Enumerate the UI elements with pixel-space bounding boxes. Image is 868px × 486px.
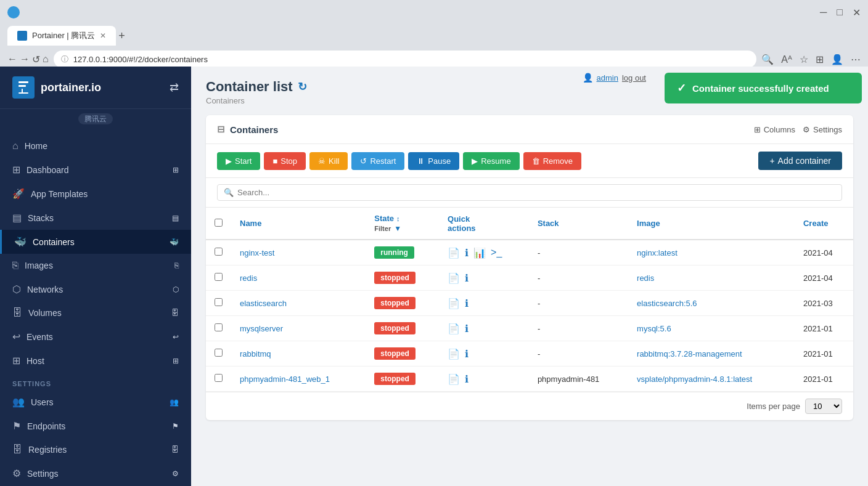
created-column-header[interactable]: Create <box>795 208 853 240</box>
container-name-link[interactable]: phpmyadmin-481_web_1 <box>240 375 330 384</box>
settings-nav-icon: ⚙ <box>172 469 179 478</box>
state-column-header[interactable]: State ↕ Filter ▼ <box>366 208 439 240</box>
networks-icon: ⬡ <box>12 283 21 295</box>
add-icon: + <box>769 156 774 166</box>
settings-button[interactable]: ⚙ Settings <box>803 125 842 134</box>
sidebar-item-app-templates[interactable]: 🚀 App Templates <box>0 182 191 206</box>
search-input[interactable] <box>237 188 422 197</box>
remove-button[interactable]: 🗑 Remove <box>523 152 581 170</box>
more-icon[interactable]: ⋯ <box>851 54 861 65</box>
logs-icon[interactable]: 📄 <box>448 373 460 385</box>
row-checkbox[interactable] <box>215 323 223 331</box>
container-name-link[interactable]: redis <box>240 273 257 283</box>
logs-icon[interactable]: 📄 <box>448 247 460 259</box>
search-icon[interactable]: 🔍 <box>761 54 774 65</box>
container-name-link[interactable]: nginx-test <box>240 248 274 257</box>
image-link[interactable]: elasticsearch:5.6 <box>637 299 697 308</box>
row-checkbox[interactable] <box>215 349 223 357</box>
inspect-icon[interactable]: ℹ <box>465 373 469 385</box>
sidebar-item-events[interactable]: ↩ Events ↩ <box>0 325 191 349</box>
logs-icon[interactable]: 📄 <box>448 323 460 334</box>
inspect-icon[interactable]: ℹ <box>465 323 469 334</box>
console-icon[interactable]: >_ <box>491 247 502 258</box>
dashboard-icon: ⊞ <box>12 164 20 176</box>
sidebar-item-dashboard[interactable]: ⊞ Dashboard ⊞ <box>0 158 191 182</box>
sidebar-item-images[interactable]: ⎘ Images ⎘ <box>0 254 191 277</box>
reader-mode-icon[interactable]: Aᴬ <box>781 54 792 65</box>
logs-icon[interactable]: 📄 <box>448 348 460 360</box>
home-button[interactable]: ⌂ <box>43 54 49 65</box>
reload-button[interactable]: ↺ <box>32 54 40 65</box>
sidebar-item-home[interactable]: ⌂ Home <box>0 134 191 158</box>
row-checkbox[interactable] <box>215 298 223 306</box>
sidebar-item-settings[interactable]: ⚙ Settings ⚙ <box>0 461 191 485</box>
created-cell: 2021-01 <box>795 341 853 367</box>
close-button[interactable]: ✕ <box>853 7 861 18</box>
sidebar-item-containers[interactable]: 🐳 Containers 🐳 <box>0 230 191 254</box>
image-link[interactable]: mysql:5.6 <box>637 324 671 333</box>
add-container-button[interactable]: + Add container <box>758 152 842 170</box>
pause-label: Pause <box>428 156 451 166</box>
columns-button[interactable]: ⊞ Columns <box>754 125 795 134</box>
favorites-icon[interactable]: ☆ <box>800 54 808 65</box>
collections-icon[interactable]: ⊞ <box>816 54 824 65</box>
stop-button[interactable]: ■ Stop <box>264 152 306 170</box>
row-checkbox[interactable] <box>215 273 223 281</box>
inspect-icon[interactable]: ℹ <box>465 348 469 360</box>
container-name-link[interactable]: rabbitmq <box>240 349 271 358</box>
address-bar[interactable]: ⓘ 127.0.0.1:9000/#!/2/docker/containers <box>54 51 757 68</box>
resume-button[interactable]: ▶ Resume <box>463 152 519 170</box>
sidebar-item-host[interactable]: ⊞ Host ⊞ <box>0 349 191 373</box>
add-container-label: Add container <box>778 156 831 166</box>
restart-icon: ↺ <box>360 156 367 166</box>
name-column-header[interactable]: Name <box>231 208 366 240</box>
container-name-link[interactable]: elasticsearch <box>240 299 287 308</box>
image-link[interactable]: nginx:latest <box>637 248 678 257</box>
select-all-checkbox[interactable] <box>215 219 223 227</box>
panel-header: ⊟ Containers ⊞ Columns ⚙ Settings <box>206 115 853 144</box>
stack-column-header[interactable]: Stack <box>529 208 628 240</box>
restart-button[interactable]: ↺ Restart <box>351 152 404 170</box>
tab-close-button[interactable]: ✕ <box>100 31 106 40</box>
sidebar-item-networks[interactable]: ⬡ Networks ⬡ <box>0 277 191 301</box>
sidebar-item-users[interactable]: 👥 Users 👥 <box>0 390 191 414</box>
image-column-header[interactable]: Image <box>628 208 795 240</box>
sidebar-item-registries[interactable]: 🗄 Registries 🗄 <box>0 438 191 461</box>
kill-button[interactable]: ☠ Kill <box>309 152 348 170</box>
new-tab-button[interactable]: + <box>118 30 125 43</box>
items-per-page-select[interactable]: 10 25 50 100 <box>805 399 842 414</box>
image-link[interactable]: vsplate/phpmyadmin-4.8.1:latest <box>637 375 752 384</box>
sidebar-item-volumes[interactable]: 🗄 Volumes 🗄 <box>0 301 191 325</box>
forward-button[interactable]: → <box>20 54 30 65</box>
browser-tab[interactable]: Portainer | 腾讯云 ✕ <box>7 26 116 46</box>
row-checkbox[interactable] <box>215 248 223 256</box>
success-notification: ✓ Container successfully created <box>665 73 862 103</box>
inspect-icon[interactable]: ℹ <box>465 247 469 259</box>
pause-button[interactable]: ⏸ Pause <box>408 152 459 170</box>
inspect-icon[interactable]: ℹ <box>465 298 469 309</box>
stats-icon[interactable]: 📊 <box>473 247 486 259</box>
back-button[interactable]: ← <box>7 54 17 65</box>
host-nav-icon: ⊞ <box>173 357 179 365</box>
quick-actions-cell: 📄 ℹ 📊>_ <box>448 247 520 259</box>
account-icon[interactable]: 👤 <box>831 54 843 65</box>
sidebar-toggle-button[interactable]: ⇄ <box>170 81 179 94</box>
sidebar-item-label: App Templates <box>31 189 88 199</box>
sidebar-item-endpoints[interactable]: ⚑ Endpoints ⚑ <box>0 414 191 438</box>
sidebar-item-stacks[interactable]: ▤ Stacks ▤ <box>0 206 191 230</box>
refresh-button[interactable]: ↻ <box>298 80 307 94</box>
inspect-icon[interactable]: ℹ <box>465 272 469 284</box>
image-link[interactable]: redis <box>637 273 654 283</box>
logs-icon[interactable]: 📄 <box>448 272 460 284</box>
start-icon: ▶ <box>226 156 232 166</box>
minimize-button[interactable]: ─ <box>820 7 827 18</box>
logs-icon[interactable]: 📄 <box>448 298 460 309</box>
start-button[interactable]: ▶ Start <box>217 152 260 170</box>
container-name-link[interactable]: mysqlserver <box>240 324 283 333</box>
logout-link[interactable]: log out <box>622 73 646 83</box>
row-checkbox[interactable] <box>215 374 223 382</box>
image-link[interactable]: rabbitmq:3.7.28-management <box>637 349 742 358</box>
maximize-button[interactable]: □ <box>837 7 843 18</box>
admin-link[interactable]: admin <box>597 73 618 83</box>
search-icon: 🔍 <box>224 188 234 197</box>
